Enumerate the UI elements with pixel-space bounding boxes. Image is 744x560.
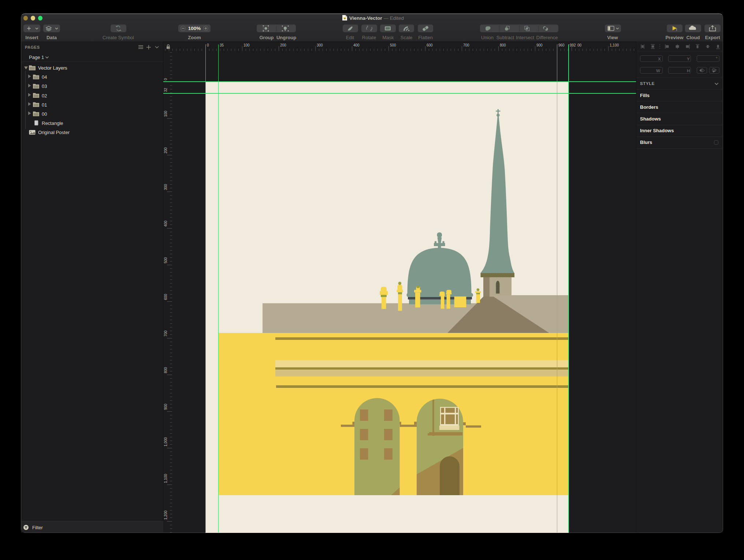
svg-text:100%: 100% <box>188 26 201 31</box>
